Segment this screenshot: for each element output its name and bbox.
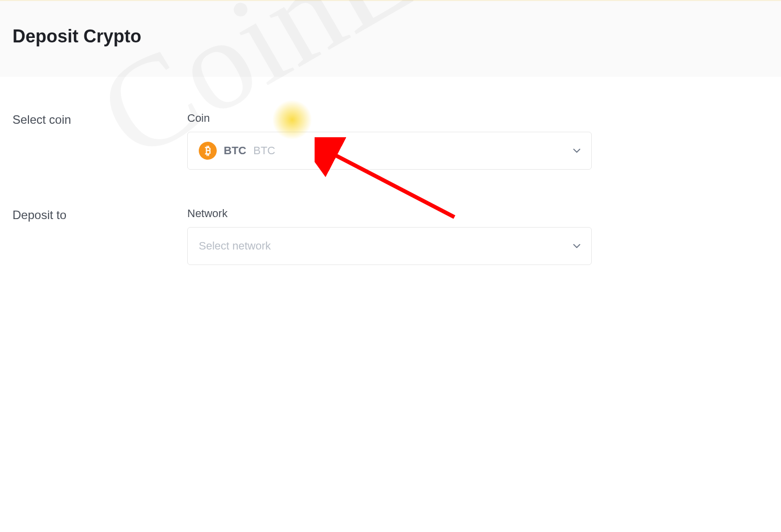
deposit-to-row: Deposit to Network Select network — [12, 207, 769, 265]
coin-symbol: BTC — [224, 144, 246, 157]
bitcoin-icon: ₿ — [197, 140, 219, 162]
network-field-label: Network — [187, 207, 592, 220]
coin-dropdown-content: ₿ BTC BTC — [199, 142, 275, 160]
page-header: Deposit Crypto — [0, 0, 781, 77]
network-placeholder: Select network — [199, 240, 271, 253]
coin-name: BTC — [253, 144, 275, 157]
coin-dropdown[interactable]: ₿ BTC BTC — [187, 132, 592, 170]
deposit-to-label: Deposit to — [12, 207, 187, 265]
select-coin-label: Select coin — [12, 112, 187, 170]
coin-field-label: Coin — [187, 112, 592, 125]
deposit-form: Select coin Coin ₿ BTC BTC Deposit to Ne… — [0, 77, 781, 265]
coin-field-group: Coin ₿ BTC BTC — [187, 112, 592, 170]
chevron-down-icon — [573, 244, 580, 248]
network-field-group: Network Select network — [187, 207, 592, 265]
network-dropdown[interactable]: Select network — [187, 227, 592, 265]
network-dropdown-content: Select network — [199, 240, 271, 253]
select-coin-row: Select coin Coin ₿ BTC BTC — [12, 112, 769, 170]
chevron-down-icon — [573, 149, 580, 153]
page-title: Deposit Crypto — [12, 26, 769, 47]
